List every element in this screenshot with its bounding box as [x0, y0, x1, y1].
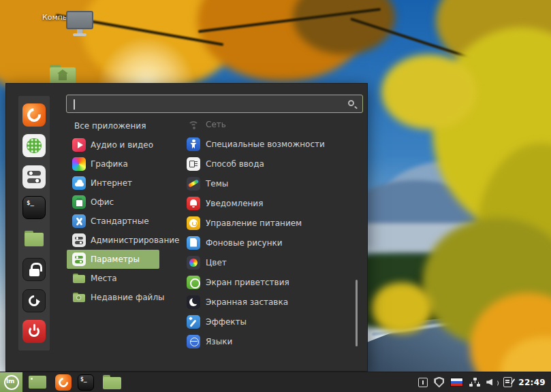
application-menu: Все приложения Аудио и видео Графика Инт…: [5, 83, 368, 372]
app-color[interactable]: Цвет: [181, 252, 357, 272]
power-management-icon: [187, 216, 200, 230]
category-administration[interactable]: Администрирование: [67, 231, 159, 250]
category-all-applications[interactable]: Все приложения: [67, 116, 159, 135]
logout-icon[interactable]: [22, 289, 46, 312]
software-manager-icon[interactable]: [22, 134, 46, 157]
app-input-method[interactable]: Способ ввода: [181, 154, 357, 174]
clock[interactable]: 22:49: [518, 378, 546, 387]
category-office[interactable]: Офис: [67, 193, 159, 212]
category-graphics[interactable]: Графика: [67, 154, 159, 174]
audio-video-icon: [72, 138, 86, 152]
software-updates-icon[interactable]: [418, 378, 428, 387]
category-accessories[interactable]: Стандартные: [67, 212, 159, 231]
backgrounds-icon: [187, 236, 200, 250]
desktop-icon-computer[interactable]: Компьютер: [39, 11, 91, 22]
text-caret: [74, 99, 75, 110]
app-backgrounds[interactable]: Фоновые рисунки: [181, 233, 357, 252]
search-input[interactable]: [67, 95, 362, 112]
preferences-icon: [72, 252, 86, 266]
files-icon[interactable]: [22, 227, 46, 250]
places-icon: [72, 272, 86, 285]
category-audio-video[interactable]: Аудио и видео: [67, 135, 159, 154]
app-welcome-screen[interactable]: Экран приветствия: [181, 272, 357, 292]
show-desktop-icon[interactable]: [29, 376, 46, 389]
languages-icon: [187, 335, 200, 348]
office-icon: [72, 195, 86, 209]
screensaver-icon: [187, 295, 200, 309]
app-screensaver[interactable]: Экранная заставка: [181, 292, 357, 312]
internet-icon: [72, 176, 86, 190]
welcome-screen-icon: [187, 276, 200, 289]
administration-icon: [72, 233, 86, 247]
menu-sidebar: [18, 96, 50, 350]
menu-button[interactable]: [0, 372, 22, 392]
category-preferences[interactable]: Параметры: [67, 250, 159, 269]
scrollbar[interactable]: [356, 280, 358, 346]
application-list: Сеть Специальные возможности Способ ввод…: [181, 114, 357, 351]
app-power-management[interactable]: Управление питанием: [181, 213, 357, 233]
keyboard-layout-ru-icon[interactable]: [450, 378, 463, 387]
firefox-taskbar-icon[interactable]: [55, 374, 72, 391]
input-method-icon: [187, 157, 200, 171]
app-themes[interactable]: Темы: [181, 174, 357, 193]
search-box[interactable]: [66, 95, 363, 113]
terminal-taskbar-icon[interactable]: [78, 374, 94, 391]
category-internet[interactable]: Интернет: [67, 174, 159, 193]
category-recent-files[interactable]: Недавние файлы: [67, 288, 159, 307]
accessibility-icon: [187, 137, 200, 151]
app-accessibility[interactable]: Специальные возможности: [181, 134, 357, 154]
effects-icon: [187, 315, 200, 329]
system-settings-icon[interactable]: [22, 165, 46, 189]
network-icon: [187, 118, 200, 131]
category-list: Все приложения Аудио и видео Графика Инт…: [67, 116, 159, 307]
recent-files-icon: [72, 291, 86, 304]
app-notifications[interactable]: Уведомления: [181, 193, 357, 213]
firewall-shield-icon[interactable]: [434, 377, 444, 388]
app-network: Сеть: [181, 114, 357, 134]
app-effects[interactable]: Эффекты: [181, 312, 357, 331]
graphics-icon: [72, 157, 86, 171]
taskbar: 22:49: [0, 372, 551, 392]
color-icon: [187, 256, 200, 270]
category-places[interactable]: Места: [67, 269, 159, 288]
firefox-launcher-icon[interactable]: [22, 103, 46, 127]
app-languages[interactable]: Языки: [181, 331, 357, 351]
search-icon: [348, 100, 354, 106]
accessories-icon: [72, 214, 86, 228]
desktop: Компьютер Все приложения Ауд: [0, 0, 551, 392]
files-taskbar-icon[interactable]: [103, 375, 121, 389]
notes-icon[interactable]: [503, 377, 512, 387]
lock-screen-icon[interactable]: [22, 258, 46, 281]
notifications-icon: [187, 197, 200, 210]
network-tray-icon[interactable]: [469, 378, 480, 387]
volume-icon[interactable]: [486, 378, 497, 387]
shutdown-icon[interactable]: [22, 320, 46, 343]
system-tray: 22:49: [418, 377, 551, 388]
terminal-icon[interactable]: [22, 196, 46, 219]
themes-icon: [187, 177, 200, 191]
